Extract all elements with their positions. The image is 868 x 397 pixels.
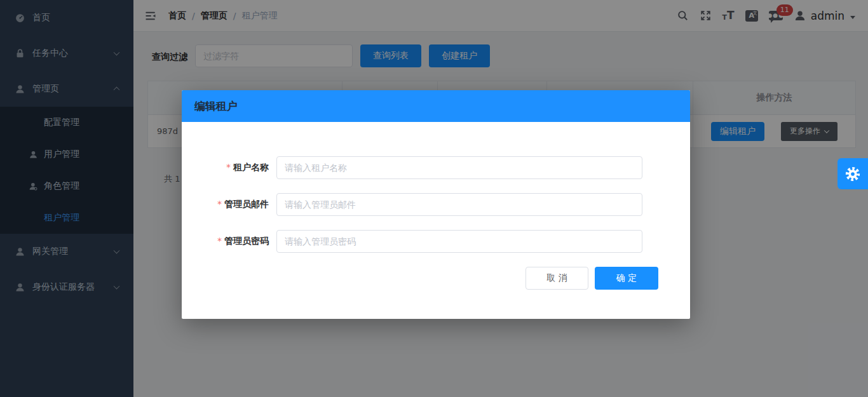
form-row-admin-email: *管理员邮件 [182,193,690,216]
form-row-admin-password: *管理员密码 [182,230,690,253]
admin-email-label: *管理员邮件 [182,199,276,210]
cancel-button[interactable]: 取 消 [526,267,588,290]
form-row-tenant-name: *租户名称 [182,156,690,179]
edit-tenant-dialog: 编辑租户 *租户名称 *管理员邮件 *管理员密码 取 消 确 定 [182,90,690,319]
dialog-header: 编辑租户 [182,90,690,122]
required-marker: * [217,199,222,209]
admin-password-label: *管理员密码 [182,236,276,247]
app-root: 首页 任务中心 管理页 配置管理 用户管理 [0,0,868,397]
gear-icon [844,166,861,182]
dialog-title: 编辑租户 [194,99,238,114]
confirm-button[interactable]: 确 定 [595,267,658,290]
tenant-name-input[interactable] [276,156,642,179]
required-marker: * [217,236,222,246]
admin-password-input[interactable] [276,230,642,253]
tenant-name-label: *租户名称 [182,162,276,173]
dialog-footer: 取 消 确 定 [526,267,658,290]
admin-email-input[interactable] [276,193,642,216]
dialog-body: *租户名称 *管理员邮件 *管理员密码 [182,122,690,253]
settings-panel-button[interactable] [837,158,868,189]
required-marker: * [226,162,231,172]
